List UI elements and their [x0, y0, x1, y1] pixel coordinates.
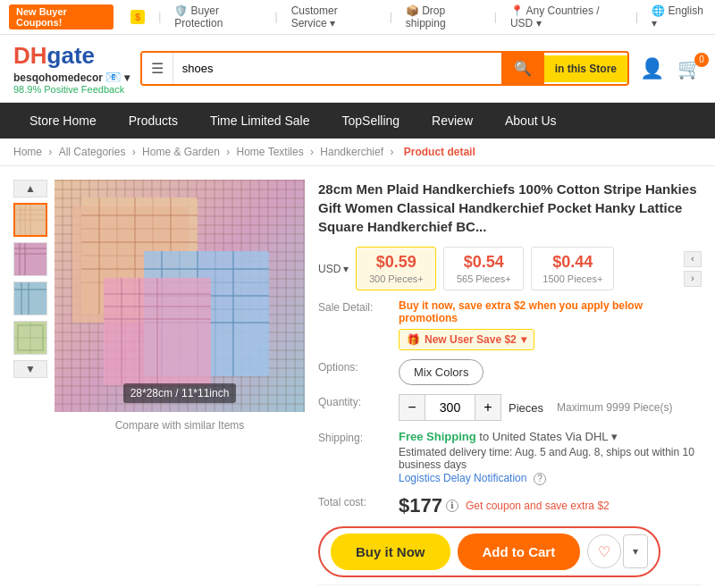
- divider-1: [318, 584, 702, 585]
- sale-detail-text: Buy it now, save extra $2 when you apply…: [399, 299, 702, 324]
- shipping-row: Shipping: Free Shipping to United States…: [318, 430, 702, 485]
- options-content: Mix Colors: [399, 359, 702, 385]
- logistics-link[interactable]: Logistics Delay Notification: [399, 472, 526, 484]
- sep1: |: [158, 11, 161, 23]
- sep3: |: [390, 11, 392, 23]
- shipping-dates: Estimated delivery time: Aug. 5 and Aug.…: [399, 446, 702, 471]
- shipping-dropdown[interactable]: ▾: [611, 430, 618, 443]
- price-tier-2[interactable]: $0.54 565 Pieces+: [443, 247, 524, 290]
- thumbnails: ▲: [13, 180, 47, 588]
- thumbnail-4[interactable]: [13, 321, 47, 355]
- tier-qty-2: 565 Pieces+: [455, 273, 512, 284]
- breadcrumb-home-textiles[interactable]: Home Textiles: [237, 146, 304, 158]
- product-gallery: ▲: [13, 180, 305, 588]
- qty-decrease[interactable]: −: [399, 394, 425, 421]
- max-qty: Maximum 9999 Piece(s): [557, 401, 672, 414]
- in-store-button[interactable]: in this Store: [544, 55, 627, 82]
- nav-about-us[interactable]: About Us: [489, 103, 573, 139]
- tier-qty-3: 1500 Pieces+: [543, 273, 602, 284]
- tier-navigation: ‹ ›: [684, 251, 702, 287]
- add-to-cart-button[interactable]: Add to Cart: [458, 533, 581, 570]
- price-tier-1[interactable]: $0.59 300 Pieces+: [356, 247, 436, 290]
- new-user-badge[interactable]: 🎁 New User Save $2 ▾: [399, 329, 534, 350]
- tier-next[interactable]: ›: [684, 271, 702, 287]
- quantity-control: − +: [399, 394, 501, 421]
- tier-prev[interactable]: ‹: [684, 251, 702, 267]
- logo[interactable]: DHgate: [13, 42, 95, 70]
- sep4: |: [494, 11, 497, 23]
- sep2: |: [275, 11, 278, 23]
- breadcrumb-current: Product detail: [404, 146, 475, 158]
- qty-input[interactable]: [425, 394, 475, 421]
- user-icon[interactable]: 👤: [640, 57, 664, 80]
- ann-buyer-protection[interactable]: 🛡️ Buyer Protection: [174, 4, 261, 29]
- search-input[interactable]: [173, 55, 501, 82]
- wishlist-dropdown[interactable]: ▾: [623, 534, 648, 568]
- price-tiers: $0.59 300 Pieces+ $0.54 565 Pieces+ $0.4…: [356, 247, 677, 290]
- options-row: Options: Mix Colors: [318, 359, 702, 385]
- ann-countries[interactable]: 📍 Any Countries / USD ▾: [510, 4, 622, 29]
- buy-now-button[interactable]: Buy it Now: [331, 533, 450, 570]
- wishlist-button[interactable]: ♡: [587, 534, 621, 568]
- thumbnail-1[interactable]: [13, 203, 47, 237]
- product-info: 28cm Men Plaid Handkerchiefs 100% Cotton…: [318, 180, 702, 588]
- nav-store-home[interactable]: Store Home: [13, 103, 113, 139]
- total-label: Total cost:: [318, 494, 390, 508]
- nav-bar: Store Home Products Time Limited Sale To…: [0, 103, 715, 139]
- shipping-content: Free Shipping to United States Via DHL ▾…: [399, 430, 702, 485]
- announcement-bar: New Buyer Coupons! $ | 🛡️ Buyer Protecti…: [0, 0, 715, 35]
- action-buttons-wrapper: Buy it Now Add to Cart ♡ ▾: [318, 526, 702, 577]
- nav-review[interactable]: Review: [416, 103, 489, 139]
- quantity-row: Quantity: − + Pieces Maximum 9999 Piece(…: [318, 394, 702, 421]
- tier-qty-1: 300 Pieces+: [367, 273, 425, 284]
- cart-badge: 0: [694, 53, 709, 67]
- thumb-prev[interactable]: ▲: [13, 180, 47, 197]
- nav-products[interactable]: Products: [113, 103, 194, 139]
- breadcrumb-handkerchief[interactable]: Handkerchief: [320, 146, 383, 158]
- ann-customer-service[interactable]: Customer Service ▾: [291, 4, 376, 29]
- thumbnail-2[interactable]: [13, 242, 47, 276]
- tier-price-2: $0.54: [455, 253, 512, 272]
- qty-increase[interactable]: +: [475, 394, 501, 421]
- coupon-dollar[interactable]: $: [130, 10, 145, 24]
- header-icons: 👤 🛒 0: [640, 57, 702, 80]
- total-cost-row: Total cost: $177 ℹ Get coupon and save e…: [318, 494, 702, 517]
- image-label: 28*28cm / 11*11inch: [123, 383, 237, 403]
- price-tier-3[interactable]: $0.44 1500 Pieces+: [531, 247, 614, 290]
- main-product-image: 28*28cm / 11*11inch: [55, 180, 305, 412]
- compare-link[interactable]: Compare with similar Items: [55, 419, 305, 432]
- ann-drop-shipping[interactable]: 📦 Drop shipping: [406, 4, 481, 29]
- thumbnail-3[interactable]: [13, 281, 47, 315]
- coupon-link[interactable]: Get coupon and save extra $2: [466, 500, 610, 512]
- total-content: $177 ℹ Get coupon and save extra $2: [399, 494, 702, 517]
- product-title: 28cm Men Plaid Handkerchiefs 100% Cotton…: [318, 180, 702, 236]
- store-name[interactable]: besqohomedecor 📧 ▾: [13, 70, 130, 84]
- option-mix-colors[interactable]: Mix Colors: [399, 359, 484, 385]
- sale-detail-content: Buy it now, save extra $2 when you apply…: [399, 299, 702, 350]
- breadcrumb-home-garden[interactable]: Home & Garden: [142, 146, 220, 158]
- breadcrumb-all-categories[interactable]: All Categories: [59, 146, 126, 158]
- thumb-next[interactable]: ▼: [13, 360, 47, 378]
- total-info-icon[interactable]: ℹ: [446, 500, 458, 512]
- options-label: Options:: [318, 359, 390, 374]
- currency-selector[interactable]: USD ▾: [318, 263, 349, 275]
- shipping-label: Shipping:: [318, 430, 390, 444]
- nav-top-selling[interactable]: TopSelling: [325, 103, 416, 139]
- search-button[interactable]: 🔍: [501, 53, 544, 84]
- action-buttons-container: Buy it Now Add to Cart ♡ ▾: [318, 526, 660, 577]
- ann-language[interactable]: 🌐 English ▾: [652, 4, 706, 29]
- svg-rect-12: [14, 282, 46, 315]
- cart-icon[interactable]: 🛒 0: [677, 57, 702, 80]
- breadcrumb-home[interactable]: Home: [13, 146, 42, 158]
- total-price: $177: [399, 494, 442, 517]
- nav-time-limited[interactable]: Time Limited Sale: [194, 103, 326, 139]
- logistics-info-icon[interactable]: ?: [534, 473, 546, 485]
- sep5: |: [635, 11, 638, 23]
- shipping-dest: to United States Via DHL: [479, 430, 608, 443]
- shipping-free: Free Shipping: [399, 430, 476, 443]
- quantity-content: − + Pieces Maximum 9999 Piece(s): [399, 394, 702, 421]
- main-image-area: 28*28cm / 11*11inch Compare with similar…: [55, 180, 305, 588]
- coupon-badge[interactable]: New Buyer Coupons!: [9, 4, 114, 29]
- menu-icon[interactable]: ☰: [142, 53, 173, 84]
- tier-price-3: $0.44: [543, 253, 602, 272]
